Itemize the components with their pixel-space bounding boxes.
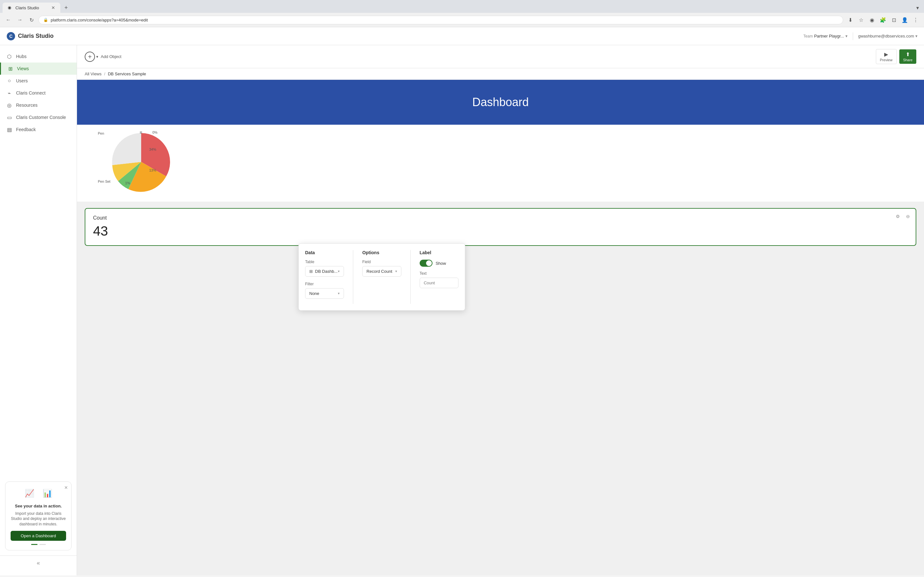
add-object-button[interactable]: + ▾ — [85, 52, 98, 62]
address-bar[interactable]: 🔒 — [39, 16, 843, 24]
popup-field-select[interactable]: Record Count ▾ — [362, 266, 401, 277]
breadcrumb-all-views[interactable]: All Views — [85, 71, 102, 76]
count-card-actions: ⚙ ⊖ — [894, 213, 912, 220]
app-logo: C Claris Studio — [6, 32, 53, 41]
sidebar-item-users[interactable]: ○ Users — [0, 75, 77, 87]
sidebar-item-views[interactable]: ⊞ Views — [0, 63, 77, 75]
browser-toolbar: ← → ↻ 🔒 ⬇ ☆ ◉ 🧩 ⊡ 👤 ⋮ — [0, 13, 924, 27]
filter-chevron-icon: ▾ — [338, 292, 340, 295]
add-object-chevron-icon: ▾ — [96, 55, 98, 59]
preview-icon: ▶ — [884, 51, 888, 57]
url-input[interactable] — [51, 18, 838, 23]
show-toggle[interactable] — [420, 259, 433, 267]
settings-popup: Data Table ⊞ DB Dashb... ▾ Filter None ▾ — [298, 243, 465, 311]
popup-field-label: Field — [362, 259, 401, 264]
puzzle-icon[interactable]: 🧩 — [879, 15, 887, 24]
promo-chart-bar-icon: 📊 — [41, 487, 54, 500]
app-container: C Claris Studio Team Partner Playgr... ▾… — [0, 27, 924, 575]
sidebar-collapse-button[interactable]: « — [0, 556, 77, 570]
tab-title: Claris Studio — [15, 5, 39, 10]
chart-section: 0% 34% 13% 1% Pen Pen Set ≡ — [77, 125, 924, 201]
sidebar-item-label-users: Users — [16, 78, 28, 83]
popup-label-title: Label — [420, 250, 459, 255]
lock-icon: 🔒 — [43, 18, 48, 22]
share-button[interactable]: ⬆ Share — [899, 49, 916, 64]
sidebar-item-label-views: Views — [17, 66, 29, 71]
count-card-settings-button[interactable]: ⚙ — [894, 213, 901, 220]
users-icon: ○ — [6, 78, 12, 84]
profile-icon[interactable]: 👤 — [900, 15, 909, 24]
svg-text:C: C — [9, 34, 13, 39]
share-icon: ⬆ — [906, 51, 910, 57]
popup-divider-1 — [353, 250, 353, 304]
popup-filter-value: None — [309, 291, 319, 296]
app-name: Claris Studio — [18, 33, 53, 39]
popup-table-value: DB Dashb... — [315, 269, 338, 274]
popup-filter-label: Filter — [305, 282, 344, 286]
sidebar-item-claris-customer-console[interactable]: ▭ Claris Customer Console — [0, 111, 77, 123]
forward-button[interactable]: → — [15, 15, 24, 24]
team-selector[interactable]: Team Partner Playgr... ▾ — [803, 34, 848, 39]
new-tab-button[interactable]: + — [61, 3, 71, 12]
show-toggle-row: Show — [420, 259, 459, 267]
back-button[interactable]: ← — [4, 15, 13, 24]
user-info[interactable]: gwashburne@dbservices.com ▾ — [858, 34, 918, 39]
dashboard-area: Dashboard — [77, 80, 924, 575]
open-dashboard-button[interactable]: Open a Dashboard — [11, 531, 66, 541]
count-card-label: Count — [93, 215, 908, 221]
toolbar-right: ▶ Preview ⬆ Share — [876, 49, 916, 64]
chart-label-34pct: 34% — [149, 147, 156, 151]
preview-button[interactable]: ▶ Preview — [876, 49, 897, 64]
chart-label-pen-set: Pen Set — [98, 179, 110, 183]
layout-icon[interactable]: ⊡ — [889, 15, 898, 24]
popup-divider-2 — [410, 250, 411, 304]
bookmark-icon[interactable]: ☆ — [857, 15, 866, 24]
preview-label: Preview — [880, 58, 893, 62]
claris-extension-icon[interactable]: ◉ — [867, 15, 877, 24]
popup-data-title: Data — [305, 250, 344, 255]
sidebar-item-resources[interactable]: ◎ Resources — [0, 99, 77, 111]
tab-favicon: ◉ — [8, 5, 13, 10]
dashboard-title: Dashboard — [472, 95, 529, 109]
promo-card: ✕ 📈 📊 See your data in action. Import yo… — [5, 482, 71, 550]
sidebar-item-label-claris-connect: Claris Connect — [16, 90, 45, 95]
sidebar-item-label-hubs: Hubs — [16, 54, 27, 59]
tabs-menu-button[interactable]: ▾ — [916, 5, 921, 11]
pie-chart-svg — [96, 130, 186, 194]
promo-close-button[interactable]: ✕ — [64, 485, 68, 490]
claris-logo-icon: C — [6, 32, 15, 41]
promo-dots — [11, 544, 66, 545]
chart-label-1pct: 1% — [125, 181, 130, 185]
download-icon[interactable]: ⬇ — [846, 15, 855, 24]
close-tab-button[interactable]: ✕ — [51, 5, 55, 10]
pie-segment-gray — [112, 133, 141, 165]
sidebar-item-feedback[interactable]: ▤ Feedback — [0, 123, 77, 135]
table-chevron-icon: ▾ — [338, 269, 340, 274]
customer-console-icon: ▭ — [6, 114, 12, 120]
promo-text: Import your data into Claris Studio and … — [11, 511, 66, 527]
active-tab[interactable]: ◉ Claris Studio ✕ — [3, 3, 60, 13]
pie-chart-wrapper: 0% 34% 13% 1% Pen Pen Set ≡ — [96, 130, 186, 195]
sidebar-item-claris-connect[interactable]: ⌁ Claris Connect — [0, 87, 77, 99]
menu-icon[interactable]: ⋮ — [911, 15, 920, 24]
popup-options-title: Options — [362, 250, 401, 255]
count-card-remove-button[interactable]: ⊖ — [904, 213, 912, 220]
header-right: Team Partner Playgr... ▾ gwashburne@dbse… — [803, 32, 918, 40]
browser-tabs: ◉ Claris Studio ✕ + ▾ — [0, 0, 924, 13]
popup-table-icon: ⊞ — [309, 269, 313, 274]
toolbar-left: + ▾ Add Object — [85, 52, 121, 62]
popup-table-select[interactable]: ⊞ DB Dashb... ▾ — [305, 266, 344, 277]
content-area: + ▾ Add Object ▶ Preview ⬆ Share — [77, 45, 924, 575]
browser-toolbar-actions: ⬇ ☆ ◉ 🧩 ⊡ 👤 ⋮ — [846, 15, 920, 24]
chart-label-0pct: 0% — [152, 131, 158, 134]
popup-filter-select[interactable]: None ▾ — [305, 288, 344, 299]
promo-chart-line-icon: 📈 — [23, 487, 36, 500]
chart-menu-icon[interactable]: ≡ — [140, 130, 142, 135]
field-chevron-icon: ▾ — [395, 269, 397, 274]
popup-field-value: Record Count — [367, 269, 392, 274]
team-name: Partner Playgr... — [814, 34, 844, 39]
sidebar-item-hubs[interactable]: ⬡ Hubs — [0, 50, 77, 63]
breadcrumb: All Views / DB Services Sample — [77, 68, 924, 80]
reload-button[interactable]: ↻ — [27, 15, 36, 24]
popup-text-input[interactable] — [420, 277, 459, 288]
